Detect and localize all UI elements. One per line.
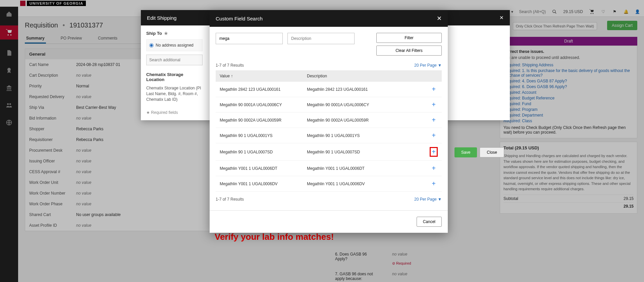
no-address-radio-input[interactable] <box>149 43 154 48</box>
row-value: Megathlin 90 0001A UGAL0006CY <box>220 102 307 107</box>
results-count: 1-7 of 7 Results <box>216 63 244 68</box>
row-desc: Megathlin Y001 1 UGAL0006DT <box>307 166 430 171</box>
cancel-button[interactable]: Cancel <box>417 217 442 227</box>
row-value: Megathlin 90 1 UGAL0001YS <box>220 133 307 138</box>
required-fields-note: Required fields <box>146 110 203 115</box>
result-row: Megathlin 90 0001A UGAL0006CYMegathlin 9… <box>216 97 442 113</box>
ship-to-heading: Ship To★ <box>146 31 203 36</box>
per-page-dropdown-bottom[interactable]: 20 Per Page ▼ <box>414 197 442 202</box>
row-desc: Megathlin 90 1 UGAL0007SD <box>307 150 430 154</box>
edit-shipping-title: Edit Shipping <box>147 15 176 21</box>
custom-field-search-modal: Custom Field Search ✕ Filter Clear All F… <box>210 10 448 233</box>
edit-shipping-actions: Save Close <box>454 147 504 157</box>
row-desc: Megathlin 90 0002A UGAL00059R <box>307 118 430 123</box>
column-description[interactable]: Description <box>307 74 327 78</box>
result-row-highlighted: Megathlin 90 1 UGAL0007SDMegathlin 90 1 … <box>216 143 442 161</box>
column-value[interactable]: Value ↑ <box>220 74 307 78</box>
no-address-label: No address assigned <box>156 43 194 48</box>
row-value: Megathlin 90 1 UGAL0007SD <box>220 150 307 154</box>
cfs-table-header: Value ↑ Description <box>216 70 442 82</box>
description-filter-input[interactable] <box>287 33 355 44</box>
no-address-radio[interactable]: No address assigned <box>146 39 203 51</box>
chematix-heading: Chematix Storage Location <box>146 72 203 82</box>
add-icon[interactable]: + <box>430 147 438 157</box>
row-value: Megathlin Y001 1 UGAL0006DT <box>220 166 307 171</box>
close-button[interactable]: Close <box>480 147 504 157</box>
row-desc: Megathlin 90 0001A UGAL0006CY <box>307 102 430 107</box>
row-value: Megathlin 2842 123 UGAL000161 <box>220 87 307 92</box>
clear-filters-button[interactable]: Clear All Filters <box>376 46 442 56</box>
result-row: Megathlin 90 0002A UGAL00059RMegathlin 9… <box>216 113 442 128</box>
filter-button[interactable]: Filter <box>376 33 442 43</box>
add-icon[interactable]: + <box>430 101 438 109</box>
add-icon[interactable]: + <box>430 132 438 139</box>
value-filter-input[interactable] <box>216 33 283 44</box>
close-icon[interactable]: ✕ <box>437 15 442 22</box>
annotation-text: Verify your lab info matches! <box>215 232 334 242</box>
per-page-dropdown[interactable]: 20 Per Page ▼ <box>414 63 442 68</box>
chematix-subtext: Chematix Storage Location (PI Last Name,… <box>146 85 203 102</box>
row-value: Megathlin Y001 1 UGAL0006DV <box>220 182 307 186</box>
results-count-bottom: 1-7 of 7 Results <box>216 197 244 202</box>
add-icon[interactable]: + <box>430 85 438 93</box>
result-row: Megathlin Y001 1 UGAL0006DTMegathlin Y00… <box>216 161 442 176</box>
save-button[interactable]: Save <box>454 147 477 157</box>
row-value: Megathlin 90 0002A UGAL00059R <box>220 118 307 123</box>
add-icon[interactable]: + <box>430 164 438 172</box>
result-row: Megathlin 90 1 UGAL0001YSMegathlin 90 1 … <box>216 128 442 143</box>
close-icon[interactable]: ✕ <box>499 15 504 21</box>
result-row: Megathlin Y001 1 UGAL0006DVMegathlin Y00… <box>216 176 442 192</box>
search-additional-input[interactable] <box>146 55 203 65</box>
row-desc: Megathlin 2842 123 UGAL000161 <box>307 87 430 92</box>
result-row: Megathlin 2842 123 UGAL000161Megathlin 2… <box>216 82 442 97</box>
cfs-title: Custom Field Search <box>216 16 263 21</box>
add-icon[interactable]: + <box>430 180 438 188</box>
row-desc: Megathlin 90 1 UGAL0001YS <box>307 133 430 138</box>
row-desc: Megathlin Y001 1 UGAL0006DV <box>307 182 430 186</box>
add-icon[interactable]: + <box>430 116 438 124</box>
